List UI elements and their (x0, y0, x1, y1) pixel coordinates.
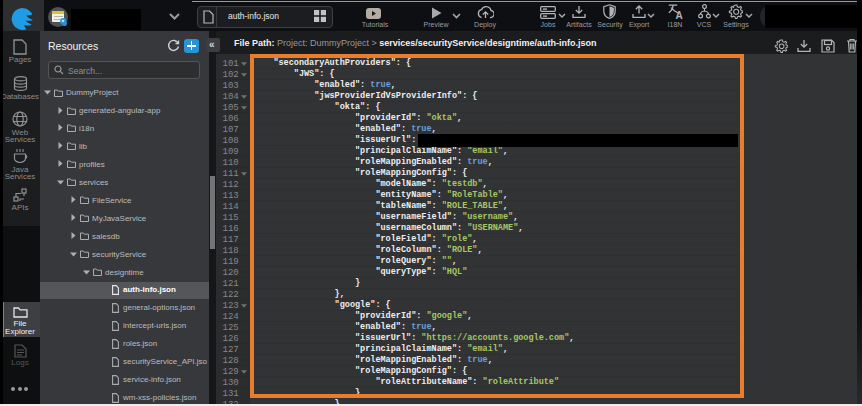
svg-text:A: A (676, 10, 683, 19)
